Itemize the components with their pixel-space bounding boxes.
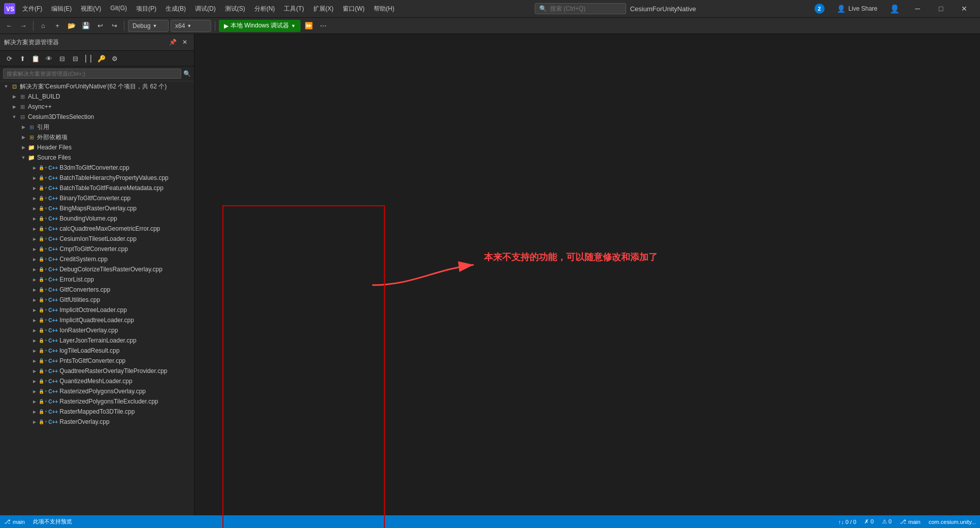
menu-build[interactable]: 生成(B): [161, 3, 190, 15]
lock-icon-23: 🔒: [39, 399, 44, 404]
properties-button[interactable]: 📋: [29, 52, 42, 65]
run-button[interactable]: ▶ 本地 Windows 调试器 ▼: [219, 20, 301, 32]
solution-tree: ▼ ⊡ 解决方案'CesiumForUnityNative'(62 个项目，共 …: [0, 81, 194, 515]
cpp-icon-4: C++: [48, 206, 58, 211]
lock-icon-7: 🔒: [39, 236, 44, 241]
close-button[interactable]: ✕: [953, 0, 976, 18]
new-item-button[interactable]: +: [51, 20, 63, 32]
tree-item-file-25[interactable]: ▶ 🔒 + C++ RasterOverlay.cpp: [0, 417, 194, 427]
tree-item-file-14[interactable]: ▶ 🔒 + C++ ImplicitOctreeLoader.cpp: [0, 305, 194, 315]
live-share-button[interactable]: 👤 Live Share: [831, 3, 884, 15]
save-all-button[interactable]: 💾: [80, 20, 92, 32]
collapse-button[interactable]: ⊟: [69, 52, 81, 65]
settings-icon[interactable]: ⚙: [109, 52, 121, 65]
tree-item-file-1[interactable]: ▶ 🔒 + C++ BatchTableHierarchyPropertyVal…: [0, 173, 194, 183]
file-label-2: BatchTableToGltfFeatureMetadata.cpp: [59, 184, 164, 192]
tree-item-sources[interactable]: ▼ 📁 Source Files: [0, 152, 194, 163]
tree-item-refs[interactable]: ▶ ⊞ 引用: [0, 122, 194, 132]
tree-item-file-12[interactable]: ▶ 🔒 + C++ GltfConverters.cpp: [0, 285, 194, 295]
filter-button[interactable]: ⊟: [56, 52, 68, 65]
tree-item-file-13[interactable]: ▶ 🔒 + C++ GltfUtilities.cpp: [0, 295, 194, 305]
undo-button[interactable]: ↩: [94, 20, 106, 32]
status-warnings: ⚠ 0: [882, 518, 892, 525]
menu-project[interactable]: 项目(P): [132, 3, 160, 15]
debug-config-dropdown[interactable]: Debug ▼: [128, 20, 169, 32]
tree-item-file-0[interactable]: ▶ 🔒 + C++ B3dmToGltfConverter.cpp: [0, 163, 194, 173]
tree-item-file-6[interactable]: ▶ 🔒 + C++ calcQuadtreeMaxGeometricError.…: [0, 224, 194, 234]
tree-item-file-4[interactable]: ▶ 🔒 + C++ BingMapsRasterOverlay.cpp: [0, 203, 194, 213]
tree-item-file-2[interactable]: ▶ 🔒 + C++ BatchTableToGltfFeatureMetadat…: [0, 183, 194, 193]
show-all-button[interactable]: 👁: [43, 52, 55, 65]
sidebar-search-input[interactable]: [3, 69, 181, 79]
cpp-icon-11: C++: [48, 277, 58, 283]
tree-item-cesium[interactable]: ▼ ⊟ Cesium3DTilesSelection: [0, 112, 194, 122]
tree-item-file-9[interactable]: ▶ 🔒 + C++ CreditSystem.cpp: [0, 254, 194, 264]
plus-icon-4: +: [45, 206, 47, 211]
redo-button[interactable]: ↪: [108, 20, 120, 32]
sidebar-search-area[interactable]: 🔍: [0, 67, 194, 81]
tree-item-file-10[interactable]: ▶ 🔒 + C++ DebugColorizeTilesRasterOverla…: [0, 264, 194, 274]
notification-badge[interactable]: 2: [814, 4, 825, 14]
menu-git[interactable]: Git(G): [106, 3, 131, 15]
sources-icon: 📁: [27, 153, 36, 162]
tree-item-file-24[interactable]: ▶ 🔒 + C++ RasterMappedTo3DTile.cpp: [0, 407, 194, 417]
status-git-branch[interactable]: ⎇ main: [4, 518, 25, 525]
global-search-box[interactable]: 🔍: [535, 3, 626, 14]
file-label-7: CesiumIonTilesetLoader.cpp: [59, 235, 137, 242]
menu-edit[interactable]: 编辑(E): [47, 3, 76, 15]
up-button[interactable]: ⬆: [16, 52, 28, 65]
tree-item-file-17[interactable]: ▶ 🔒 + C++ LayerJsonTerrainLoader.cpp: [0, 335, 194, 346]
solution-root[interactable]: ▼ ⊡ 解决方案'CesiumForUnityNative'(62 个项目，共 …: [0, 81, 194, 91]
tree-item-file-5[interactable]: ▶ 🔒 + C++ BoundingVolume.cpp: [0, 213, 194, 224]
tree-item-file-11[interactable]: ▶ 🔒 + C++ ErrorList.cpp: [0, 274, 194, 285]
dropdown-arrow: ▼: [152, 23, 157, 28]
pin-button[interactable]: 📌: [168, 37, 178, 47]
menu-window[interactable]: 窗口(W): [339, 3, 369, 15]
menu-analyze[interactable]: 分析(N): [250, 3, 279, 15]
account-icon[interactable]: 👤: [890, 4, 900, 14]
status-branch-right[interactable]: ⎇ main: [900, 518, 921, 525]
tree-item-async[interactable]: ▶ ⊞ Async++: [0, 102, 194, 112]
tree-item-file-19[interactable]: ▶ 🔒 + C++ PntsToGltfConverter.cpp: [0, 356, 194, 366]
menu-file[interactable]: 文件(F): [18, 3, 46, 15]
platform-dropdown[interactable]: x64 ▼: [171, 20, 211, 32]
menu-help[interactable]: 帮助(H): [370, 3, 399, 15]
key-icon[interactable]: 🔑: [95, 52, 108, 65]
tree-item-file-7[interactable]: ▶ 🔒 + C++ CesiumIonTilesetLoader.cpp: [0, 234, 194, 244]
maximize-button[interactable]: □: [929, 0, 953, 18]
tree-item-file-21[interactable]: ▶ 🔒 + C++ QuantizedMeshLoader.cpp: [0, 376, 194, 386]
more-button[interactable]: ⋯: [317, 20, 329, 32]
home-button[interactable]: ⌂: [37, 20, 49, 32]
run-icon: ▶: [224, 22, 228, 29]
tree-item-file-16[interactable]: ▶ 🔒 + C++ IonRasterOverlay.cpp: [0, 325, 194, 335]
sync-button[interactable]: ⟳: [3, 52, 15, 65]
view-switch[interactable]: ⎪⎪: [82, 52, 94, 65]
tree-item-file-18[interactable]: ▶ 🔒 + C++ logTileLoadResult.cpp: [0, 346, 194, 356]
tree-item-external[interactable]: ▶ ⊞ 外部依赖项: [0, 132, 194, 142]
minimize-button[interactable]: ─: [906, 0, 929, 18]
tree-item-allbuild[interactable]: ▶ ⊞ ALL_BUILD: [0, 91, 194, 102]
global-search-input[interactable]: [550, 5, 616, 12]
lock-icon-1: 🔒: [39, 175, 44, 180]
tree-item-file-20[interactable]: ▶ 🔒 + C++ QuadtreeRasterOverlayTileProvi…: [0, 366, 194, 376]
menu-tools[interactable]: 工具(T): [280, 3, 308, 15]
menu-view[interactable]: 视图(V): [77, 3, 105, 15]
menu-test[interactable]: 测试(S): [221, 3, 249, 15]
cpp-icon-8: C++: [48, 246, 58, 252]
menu-debug[interactable]: 调试(D): [191, 3, 220, 15]
forward-button[interactable]: →: [17, 20, 29, 32]
main-content-area: 本来不支持的功能，可以随意修改和添加了: [194, 34, 980, 515]
tree-item-file-3[interactable]: ▶ 🔒 + C++ BinaryToGltfConverter.cpp: [0, 193, 194, 203]
tree-item-headers[interactable]: ▶ 📁 Header Files: [0, 142, 194, 152]
menu-extensions[interactable]: 扩展(X): [309, 3, 338, 15]
cpp-icon-5: C++: [48, 216, 58, 222]
step-over-button[interactable]: ⏩: [303, 20, 315, 32]
tree-item-file-22[interactable]: ▶ 🔒 + C++ RasterizedPolygonsOverlay.cpp: [0, 386, 194, 396]
open-button[interactable]: 📂: [66, 20, 78, 32]
tree-item-file-8[interactable]: ▶ 🔒 + C++ CmptToGltfConverter.cpp: [0, 244, 194, 254]
close-panel-button[interactable]: ✕: [180, 37, 190, 47]
tree-item-file-23[interactable]: ▶ 🔒 + C++ RasterizedPolygonsTileExcluder…: [0, 396, 194, 407]
tree-item-file-15[interactable]: ▶ 🔒 + C++ ImplicitQuadtreeLoader.cpp: [0, 315, 194, 325]
search-btn-icon[interactable]: 🔍: [183, 70, 191, 77]
back-button[interactable]: ←: [3, 20, 15, 32]
